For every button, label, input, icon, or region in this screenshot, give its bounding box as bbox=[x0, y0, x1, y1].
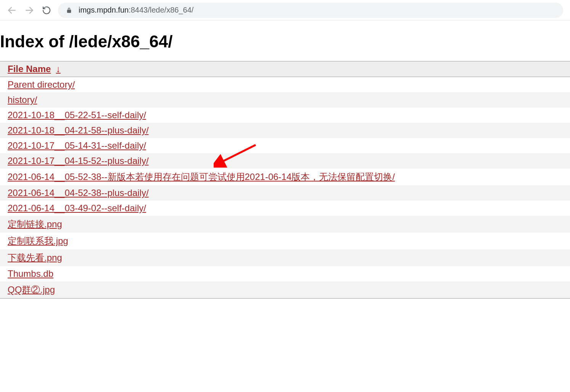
file-link[interactable]: 定制联系我.jpg bbox=[8, 236, 68, 246]
url-port: :8443 bbox=[129, 6, 148, 14]
file-listing-table: File Name ↓ Parent directory/history/202… bbox=[0, 61, 570, 299]
table-row: history/ bbox=[0, 92, 570, 108]
file-cell: Thumbs.db bbox=[0, 266, 570, 281]
reload-icon bbox=[42, 6, 51, 15]
table-row: 2021-10-17__05-14-31--self-daily/ bbox=[0, 138, 570, 153]
file-link[interactable]: 2021-10-17__05-14-31--self-daily/ bbox=[8, 140, 146, 151]
url-path: /lede/x86_64/ bbox=[148, 6, 193, 14]
file-cell: 2021-10-18__04-21-58--plus-daily/ bbox=[0, 123, 570, 138]
table-row: 2021-10-18__05-22-51--self-daily/ bbox=[0, 108, 570, 123]
file-cell: 定制联系我.jpg bbox=[0, 233, 570, 249]
column-header-filename: File Name ↓ bbox=[0, 61, 570, 77]
file-cell: 定制链接.png bbox=[0, 216, 570, 233]
forward-button[interactable] bbox=[24, 5, 34, 15]
file-link[interactable]: 2021-10-17__04-15-52--plus-daily/ bbox=[8, 156, 149, 166]
table-row: 下载先看.png bbox=[0, 249, 570, 266]
file-link[interactable]: Parent directory/ bbox=[8, 79, 75, 90]
file-link[interactable]: 2021-10-18__04-21-58--plus-daily/ bbox=[8, 125, 149, 135]
file-cell: 2021-06-14__05-52-38--新版本若使用存在问题可尝试使用202… bbox=[0, 169, 570, 185]
table-row: 2021-10-18__04-21-58--plus-daily/ bbox=[0, 123, 570, 138]
table-row: Parent directory/ bbox=[0, 77, 570, 93]
file-link[interactable]: 定制链接.png bbox=[8, 219, 62, 229]
table-row: 2021-06-14__05-52-38--新版本若使用存在问题可尝试使用202… bbox=[0, 169, 570, 185]
file-cell: 下载先看.png bbox=[0, 249, 570, 266]
sort-direction-link[interactable]: ↓ bbox=[56, 64, 61, 74]
file-cell: Parent directory/ bbox=[0, 77, 570, 93]
file-link[interactable]: 2021-06-14__05-52-38--新版本若使用存在问题可尝试使用202… bbox=[8, 172, 395, 182]
file-cell: history/ bbox=[0, 92, 570, 108]
arrow-right-icon bbox=[24, 5, 34, 15]
table-row: 2021-06-14__03-49-02--self-daily/ bbox=[0, 201, 570, 216]
url-host: imgs.mpdn.fun bbox=[79, 6, 129, 14]
file-link[interactable]: history/ bbox=[8, 95, 37, 105]
file-link[interactable]: 下载先看.png bbox=[8, 252, 62, 263]
file-link[interactable]: 2021-06-14__04-52-38--plus-daily/ bbox=[8, 188, 149, 198]
file-cell: QQ群②.jpg bbox=[0, 281, 570, 299]
arrow-left-icon bbox=[7, 5, 17, 15]
nav-buttons bbox=[7, 5, 51, 15]
page-content: Index of /lede/x86_64/ File Name ↓ Paren… bbox=[0, 21, 570, 299]
file-cell: 2021-06-14__03-49-02--self-daily/ bbox=[0, 201, 570, 216]
page-title: Index of /lede/x86_64/ bbox=[0, 32, 570, 51]
table-row: QQ群②.jpg bbox=[0, 281, 570, 299]
browser-toolbar: imgs.mpdn.fun:8443/lede/x86_64/ bbox=[0, 0, 570, 21]
table-row: 2021-10-17__04-15-52--plus-daily/ bbox=[0, 153, 570, 169]
table-row: 定制联系我.jpg bbox=[0, 233, 570, 249]
file-cell: 2021-10-17__05-14-31--self-daily/ bbox=[0, 138, 570, 153]
lock-icon bbox=[66, 7, 72, 14]
file-link[interactable]: QQ群②.jpg bbox=[8, 284, 55, 295]
table-row: 定制链接.png bbox=[0, 216, 570, 233]
file-link[interactable]: 2021-06-14__03-49-02--self-daily/ bbox=[8, 203, 146, 213]
table-row: 2021-06-14__04-52-38--plus-daily/ bbox=[0, 185, 570, 201]
table-row: Thumbs.db bbox=[0, 266, 570, 281]
url-text: imgs.mpdn.fun:8443/lede/x86_64/ bbox=[79, 6, 193, 14]
table-header-row: File Name ↓ bbox=[0, 61, 570, 77]
file-link[interactable]: Thumbs.db bbox=[8, 268, 53, 279]
address-bar[interactable]: imgs.mpdn.fun:8443/lede/x86_64/ bbox=[58, 3, 563, 18]
file-cell: 2021-06-14__04-52-38--plus-daily/ bbox=[0, 185, 570, 201]
back-button[interactable] bbox=[7, 5, 17, 15]
file-cell: 2021-10-17__04-15-52--plus-daily/ bbox=[0, 153, 570, 169]
file-cell: 2021-10-18__05-22-51--self-daily/ bbox=[0, 108, 570, 123]
reload-button[interactable] bbox=[42, 6, 51, 15]
file-link[interactable]: 2021-10-18__05-22-51--self-daily/ bbox=[8, 110, 146, 120]
sort-by-name-link[interactable]: File Name bbox=[8, 64, 51, 74]
